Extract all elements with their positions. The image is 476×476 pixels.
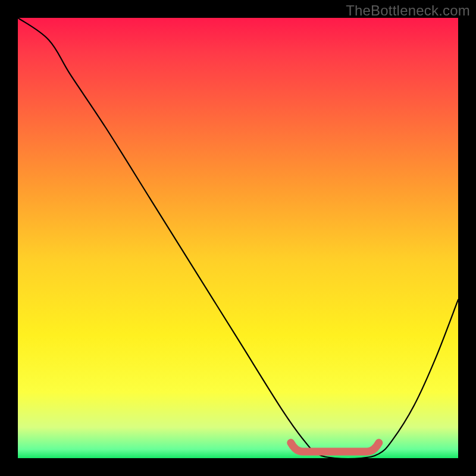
bottleneck-curve bbox=[18, 18, 458, 458]
plot-area bbox=[18, 18, 458, 458]
curve-svg bbox=[18, 18, 458, 458]
chart-frame: TheBottleneck.com bbox=[0, 0, 476, 476]
watermark-text: TheBottleneck.com bbox=[346, 2, 470, 19]
highlight-band bbox=[291, 443, 379, 452]
